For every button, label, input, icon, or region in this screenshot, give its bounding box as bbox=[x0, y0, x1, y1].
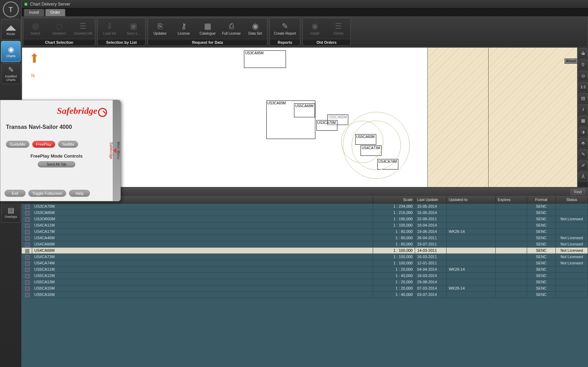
chart-table[interactable]: Scale Last Update Updated to Expires For… bbox=[22, 196, 588, 367]
dataset-button[interactable]: ◉Data Set bbox=[244, 19, 266, 38]
col-format[interactable]: Format bbox=[527, 196, 556, 203]
table-row[interactable]: US4CA60M1 : 80,00019-07-2011SENCNot Lice… bbox=[22, 241, 588, 248]
cell-last-update: 07-03-2014 bbox=[415, 285, 447, 291]
cell-last-update: 15-05-2014 bbox=[415, 203, 447, 209]
cell-status: Not Licensed bbox=[556, 248, 588, 254]
stack2-button[interactable]: ⬘ bbox=[578, 138, 588, 148]
old-install-button[interactable]: ◉Install bbox=[303, 19, 326, 38]
row-checkbox[interactable] bbox=[25, 249, 29, 253]
chart-outline[interactable]: US5CA68M bbox=[294, 103, 315, 117]
table-row[interactable]: US4CA68M1 : 100,00014-03-2011SENCNot Lic… bbox=[22, 248, 588, 254]
load-list-button[interactable]: ⇩Load list bbox=[98, 19, 121, 38]
cell-format: SENC bbox=[527, 235, 556, 241]
table-row[interactable]: US5CA13M1 : 20,00029-08-2014SENC bbox=[22, 279, 588, 285]
cell-format: SENC bbox=[527, 292, 556, 298]
tab-order[interactable]: Order bbox=[45, 9, 65, 16]
catalogue-button[interactable]: ▦Catalogue bbox=[196, 19, 219, 38]
row-checkbox[interactable] bbox=[25, 268, 29, 272]
cell-last-update: 16-03-2011 bbox=[415, 254, 447, 260]
col-updated-to[interactable]: Updated to bbox=[447, 196, 496, 203]
save-icon: ▣ bbox=[130, 22, 137, 31]
zoom-out-button[interactable]: ⊖ bbox=[578, 70, 588, 81]
table-row[interactable]: US5CA12M1 : 40,00018-03-2014SENC bbox=[22, 273, 588, 279]
save-list-button[interactable]: ▣Save s... bbox=[122, 19, 145, 38]
table-row[interactable]: US5CA15M1 : 20,00007-03-2014WK28-14SENC bbox=[22, 285, 588, 292]
table-row[interactable]: US4CA73M1 : 100,00016-03-2011SENCNot Lic… bbox=[22, 254, 588, 260]
layers-button[interactable]: ▤ bbox=[578, 93, 588, 103]
deselect-all-button[interactable]: ☰Deselect All bbox=[72, 19, 94, 38]
create-report-button[interactable]: ✎Create Report bbox=[271, 19, 299, 38]
col-expires[interactable]: Expires bbox=[496, 196, 527, 203]
table-row[interactable]: US4CA74M1 : 100,00012-01-2011SENCNot Lic… bbox=[22, 260, 588, 266]
cell-status: Not Licensed bbox=[556, 241, 588, 247]
installed-charts-button[interactable]: ✎ Installed Charts bbox=[1, 63, 21, 84]
list-icon: ☰ bbox=[79, 22, 86, 31]
overlays-button[interactable]: ▤ Overlays bbox=[1, 202, 21, 223]
row-checkbox[interactable] bbox=[25, 217, 29, 222]
table-row[interactable]: US3CA70M1 : 234,00015-05-2014SENC bbox=[22, 203, 588, 210]
find-button[interactable]: Find bbox=[570, 189, 586, 195]
old-delete-button[interactable]: ☰Delete bbox=[327, 19, 350, 38]
scale-1-1-button[interactable]: 1:1 bbox=[578, 82, 588, 92]
table-row[interactable]: US4CA11M1 : 100,00018-04-2014SENC bbox=[22, 222, 588, 229]
compass-button[interactable]: Å bbox=[578, 171, 588, 182]
collapse-arrow-icon bbox=[113, 148, 117, 153]
toggle-fullscreen-button[interactable]: Toggle Fullscreen bbox=[28, 190, 66, 197]
guideme-button[interactable]: GuideMe bbox=[6, 141, 29, 148]
table-row[interactable]: US5CA11M1 : 20,00004-04-2014WK28-14SENC bbox=[22, 266, 588, 273]
row-checkbox[interactable] bbox=[25, 236, 29, 241]
license-button[interactable]: ⚷License bbox=[173, 19, 195, 38]
pencil-button[interactable]: ✐ bbox=[578, 160, 588, 171]
col-status[interactable]: Status bbox=[556, 196, 588, 203]
row-checkbox[interactable] bbox=[25, 211, 29, 215]
cell-status: Not Licensed bbox=[556, 260, 588, 266]
row-checkbox[interactable] bbox=[25, 293, 29, 297]
app-logo-icon[interactable]: T bbox=[3, 1, 19, 18]
help-button[interactable]: Help bbox=[69, 190, 90, 197]
row-checkbox[interactable] bbox=[25, 224, 29, 228]
stack-button[interactable]: ⬗ bbox=[578, 126, 588, 137]
table-row[interactable]: US5CA16M1 : 40,00003-07-2014SENC bbox=[22, 292, 588, 298]
table-row[interactable]: US3CA85M1 : 216,00015-05-2014SENC bbox=[22, 210, 588, 216]
full-license-icon: ⎙ bbox=[229, 22, 234, 31]
col-last-update[interactable]: Last Update bbox=[415, 196, 447, 203]
cell-last-update: 15-05-2014 bbox=[415, 210, 447, 216]
table-row[interactable]: US4CA46M1 : 80,00026-04-2011SENCNot Lice… bbox=[22, 235, 588, 241]
row-checkbox[interactable] bbox=[25, 281, 29, 285]
testme-button[interactable]: TestMe bbox=[58, 141, 78, 148]
table-row[interactable]: US3OR03M1 : 196,00022-09-2011SENCNot Lic… bbox=[22, 216, 588, 222]
cell-scale: 1 : 100,000 bbox=[373, 260, 415, 266]
row-checkbox[interactable] bbox=[25, 230, 29, 234]
select-button[interactable]: ◎Select bbox=[24, 19, 47, 38]
tab-install[interactable]: Install bbox=[24, 9, 44, 16]
report-icon: ✎ bbox=[282, 22, 288, 31]
row-checkbox[interactable] bbox=[25, 262, 29, 266]
route-button[interactable]: ◢◣ Route bbox=[1, 19, 21, 40]
updates-button[interactable]: ⎘Updates bbox=[149, 19, 171, 38]
exit-button[interactable]: Exit bbox=[5, 190, 26, 197]
chart-outline[interactable]: US3CA85M bbox=[244, 50, 286, 68]
freeplay-button[interactable]: FreePlay bbox=[32, 141, 55, 148]
charts-button[interactable]: ◉ Charts bbox=[1, 41, 21, 62]
popup-side-handle[interactable]: Main Menu Safebridge bbox=[113, 100, 120, 201]
ruler-button[interactable]: ▦ bbox=[578, 115, 588, 126]
send-alttab-button[interactable]: Send Alt-Tab bbox=[38, 161, 75, 167]
deselect-button[interactable]: ◌Deselect bbox=[48, 19, 70, 38]
row-checkbox[interactable] bbox=[25, 287, 29, 291]
zoom-tool-button[interactable]: ⚲ bbox=[578, 59, 588, 70]
group-request-data: ⎘Updates ⚷License ▦Catalogue ⎙Full Licen… bbox=[148, 18, 267, 46]
ship-tool-button[interactable]: ⛴ bbox=[578, 48, 588, 58]
load-icon: ⇩ bbox=[106, 22, 113, 31]
edit-button[interactable]: ✎ bbox=[578, 149, 588, 159]
row-checkbox[interactable] bbox=[25, 243, 29, 247]
cell-format: SENC bbox=[527, 254, 556, 260]
table-row[interactable]: US4CA17M1 : 80,00019-06-2014WK28-14SENC bbox=[22, 229, 588, 235]
cell-scale: 1 : 80,000 bbox=[373, 229, 415, 235]
col-scale[interactable]: Scale bbox=[373, 196, 415, 203]
row-checkbox[interactable] bbox=[25, 274, 29, 278]
full-license-button[interactable]: ⎙Full License bbox=[220, 19, 243, 38]
row-checkbox[interactable] bbox=[25, 255, 29, 259]
window-title: Chart Delivery Server bbox=[30, 2, 70, 7]
row-checkbox[interactable] bbox=[25, 205, 29, 209]
info-button[interactable]: i bbox=[578, 104, 588, 115]
